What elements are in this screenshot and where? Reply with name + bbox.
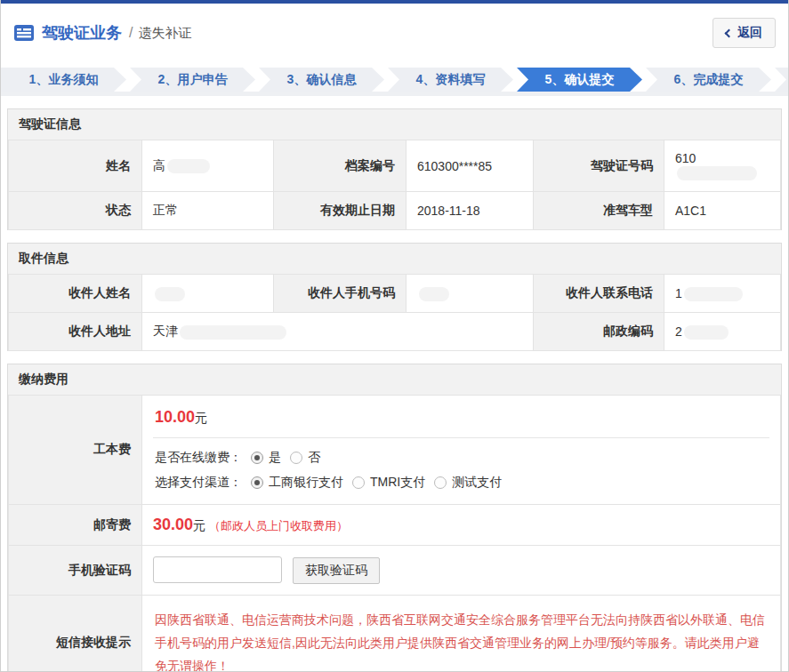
sms-code-cell: 获取验证码 [142, 546, 781, 596]
recipient-address-value: 天津 [142, 313, 534, 351]
step-1-business-notice[interactable]: 1、业务须知 [1, 68, 126, 92]
mail-fee-note: （邮政人员上门收取费用） [209, 519, 348, 532]
sms-code-input[interactable] [153, 556, 282, 583]
redacted-area [684, 287, 743, 301]
radio-icon [290, 452, 302, 464]
sms-notice-text: 因陕西省联通、电信运营商技术问题，陕西省互联网交通安全综合服务管理平台无法向持陕… [153, 606, 769, 672]
recipient-mobile-label: 收件人手机号码 [274, 275, 407, 313]
production-fee-amount: 10.00 [155, 408, 195, 426]
fees-section: 缴纳费用 工本费 10.00元 是否在线缴费： 是 否 [7, 364, 782, 672]
redacted-area [684, 325, 729, 340]
sms-notice-label: 短信接收提示 [9, 596, 142, 672]
table-row: 工本费 10.00元 是否在线缴费： 是 否 选择支付渠道： [9, 396, 781, 505]
back-button-label: 返回 [737, 25, 762, 41]
page: 驾驶证业务 / 遗失补证 返回 1、业务须知 2、用户申告 3、确认信息 4、资… [0, 0, 789, 672]
radio-channel-test[interactable]: 测试支付 [434, 475, 502, 491]
valid-until-value: 2018-11-18 [407, 192, 534, 230]
redacted-area [677, 166, 757, 180]
step-wizard: 1、业务须知 2、用户申告 3、确认信息 4、资料填写 5、确认提交 6、完成提… [1, 68, 788, 96]
name-label: 姓名 [9, 140, 142, 192]
license-menu-icon [13, 24, 35, 42]
table-row: 邮寄费 30.00元（邮政人员上门收取费用） [9, 505, 781, 546]
radio-icon [352, 476, 365, 489]
recipient-phone-label: 收件人联系电话 [534, 275, 664, 313]
valid-until-label: 有效期止日期 [274, 192, 407, 230]
vehicle-class-label: 准驾车型 [534, 192, 664, 230]
production-fee-label: 工本费 [9, 396, 142, 505]
license-info-section: 驾驶证信息 姓名 高 档案编号 610300****85 驾驶证号码 610 状… [7, 108, 782, 230]
vehicle-class-value: A1C1 [664, 192, 781, 230]
breadcrumb-current: 遗失补证 [138, 25, 191, 42]
step-2-user-declaration[interactable]: 2、用户申告 [130, 68, 255, 92]
recipient-address-label: 收件人地址 [9, 313, 142, 351]
radio-icon [251, 476, 263, 489]
file-number-value: 610300****85 [407, 140, 534, 192]
radio-pay-online-yes[interactable]: 是 [251, 450, 281, 466]
redacted-area [180, 325, 286, 340]
license-number-label: 驾驶证号码 [534, 140, 664, 192]
production-fee-amount-line: 10.00元 [153, 406, 769, 437]
recipient-mobile-value [407, 275, 534, 313]
recipient-name-value [142, 275, 274, 313]
table-row: 收件人地址 天津 邮政编码 2 [9, 313, 781, 351]
page-title: 驾驶证业务 [42, 22, 122, 44]
step-5-confirm-submit[interactable]: 5、确认提交 [517, 68, 642, 92]
name-value: 高 [142, 140, 274, 192]
fees-section-title: 缴纳费用 [8, 364, 781, 395]
breadcrumb-separator: / [129, 25, 133, 41]
production-fee-unit: 元 [195, 411, 207, 425]
pickup-info-section: 取件信息 收件人姓名 收件人手机号码 收件人联系电话 1 收件人地址 天津 邮政… [7, 243, 782, 351]
recipient-phone-value: 1 [664, 275, 781, 313]
step-3-confirm-info[interactable]: 3、确认信息 [259, 68, 384, 92]
redacted-area [155, 287, 185, 301]
fees-table: 工本费 10.00元 是否在线缴费： 是 否 选择支付渠道： [8, 395, 781, 672]
radio-icon [434, 476, 447, 489]
payment-channel-question-row: 选择支付渠道： 工商银行支付 TMRI支付 测试支付 [153, 472, 769, 493]
radio-channel-tmri[interactable]: TMRI支付 [352, 475, 425, 491]
redacted-area [419, 287, 449, 301]
table-row: 手机验证码 获取验证码 [9, 546, 781, 596]
table-row: 收件人姓名 收件人手机号码 收件人联系电话 1 [9, 275, 781, 313]
postal-code-label: 邮政编码 [534, 313, 664, 351]
status-value: 正常 [142, 192, 274, 230]
license-number-value: 610 [664, 140, 781, 192]
mail-fee-label: 邮寄费 [9, 505, 142, 546]
postal-code-value: 2 [664, 313, 781, 351]
production-fee-cell: 10.00元 是否在线缴费： 是 否 选择支付渠道： 工商银行支付 TMRI支付 [142, 396, 781, 505]
mail-fee-amount: 30.00 [153, 516, 193, 533]
redacted-area [167, 159, 210, 173]
online-payment-question: 是否在线缴费： [155, 450, 242, 466]
radio-icon [251, 452, 263, 464]
pickup-section-title: 取件信息 [8, 244, 781, 274]
payment-channel-question: 选择支付渠道： [155, 475, 242, 491]
divider [153, 437, 769, 438]
license-section-title: 驾驶证信息 [8, 109, 781, 140]
main-content: 驾驶证信息 姓名 高 档案编号 610300****85 驾驶证号码 610 状… [1, 108, 788, 672]
step-6-complete-submit[interactable]: 6、完成提交 [646, 68, 771, 92]
back-button[interactable]: 返回 [713, 18, 776, 48]
step-4-fill-data[interactable]: 4、资料填写 [388, 68, 513, 92]
table-row: 姓名 高 档案编号 610300****85 驾驶证号码 610 [9, 140, 781, 192]
table-row: 状态 正常 有效期止日期 2018-11-18 准驾车型 A1C1 [9, 192, 781, 230]
header: 驾驶证业务 / 遗失补证 返回 [1, 4, 788, 60]
table-row: 短信接收提示 因陕西省联通、电信运营商技术问题，陕西省互联网交通安全综合服务管理… [9, 596, 781, 672]
radio-channel-icbc[interactable]: 工商银行支付 [251, 475, 343, 491]
online-payment-question-row: 是否在线缴费： 是 否 [153, 447, 769, 468]
license-info-table: 姓名 高 档案编号 610300****85 驾驶证号码 610 状态 正常 有… [8, 140, 781, 230]
mail-fee-cell: 30.00元（邮政人员上门收取费用） [142, 505, 781, 546]
back-chevron-icon [725, 29, 734, 38]
sms-code-label: 手机验证码 [9, 546, 142, 596]
status-label: 状态 [9, 192, 142, 230]
step-wizard-filler [775, 68, 788, 92]
pickup-info-table: 收件人姓名 收件人手机号码 收件人联系电话 1 收件人地址 天津 邮政编码 2 [8, 274, 781, 351]
file-number-label: 档案编号 [274, 140, 407, 192]
recipient-name-label: 收件人姓名 [9, 275, 142, 313]
mail-fee-unit: 元 [193, 518, 205, 532]
sms-notice-cell: 因陕西省联通、电信运营商技术问题，陕西省互联网交通安全综合服务管理平台无法向持陕… [142, 596, 781, 672]
radio-pay-online-no[interactable]: 否 [290, 450, 320, 466]
get-sms-code-button[interactable]: 获取验证码 [293, 557, 380, 584]
